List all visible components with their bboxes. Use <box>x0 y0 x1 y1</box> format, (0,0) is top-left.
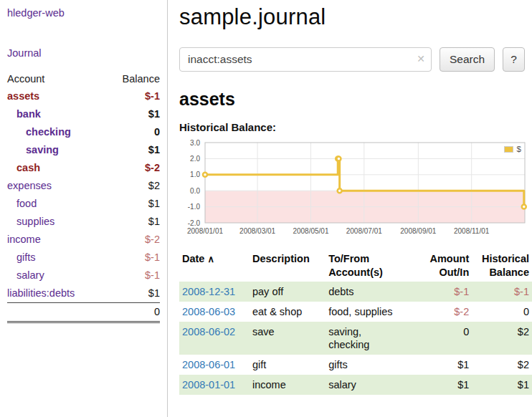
accounts-col-account: Account <box>7 70 105 87</box>
account-balance: $-1 <box>145 269 160 281</box>
account-balance: $1 <box>148 198 160 209</box>
register-row: 2008-06-02 save saving, checking 0 $2 <box>179 322 532 355</box>
account-link[interactable]: expenses <box>7 180 52 192</box>
svg-text:2008/01/01: 2008/01/01 <box>187 227 223 235</box>
account-balance: $1 <box>148 144 160 155</box>
transaction-amount: $1 <box>419 375 472 395</box>
account-link[interactable]: bank <box>7 108 41 120</box>
nav-journal-link[interactable]: Journal <box>7 47 160 59</box>
account-link[interactable]: gifts <box>7 251 36 264</box>
transaction-balance: $2 <box>472 355 532 375</box>
account-row: salary $-1 <box>7 267 160 284</box>
account-row: expenses $2 <box>7 177 160 195</box>
transaction-date-link[interactable]: 2008-06-01 <box>182 359 235 370</box>
account-balance: $-2 <box>145 234 160 245</box>
account-heading: assets <box>179 89 532 110</box>
clear-search-icon[interactable]: ✕ <box>417 53 425 64</box>
sidebar: hledger-web Journal Account Balance asse… <box>0 0 168 417</box>
svg-text:2008/09/01: 2008/09/01 <box>400 227 436 235</box>
help-button[interactable]: ? <box>503 47 525 72</box>
account-row: assets $-1 <box>7 87 160 105</box>
accounts-table-body: assets $-1 bank $1 checking 0 saving $1 … <box>7 87 160 303</box>
account-row: supplies $1 <box>7 213 160 231</box>
account-row: income $-2 <box>7 231 160 249</box>
account-row: food $1 <box>7 195 160 213</box>
register-col-description: Description <box>250 250 326 282</box>
transaction-balance: 0 <box>472 302 532 322</box>
account-link[interactable]: cash <box>7 162 40 174</box>
account-balance: 0 <box>154 126 160 138</box>
transaction-balance: $-1 <box>472 282 532 302</box>
register-table: Date∧ Description To/From Account(s) Amo… <box>179 250 532 395</box>
register-col-amount: Amount Out/In <box>419 250 472 282</box>
account-balance: $1 <box>148 108 160 120</box>
chart-heading: Historical Balance: <box>179 121 532 133</box>
svg-text:2008/07/01: 2008/07/01 <box>346 227 382 235</box>
account-link[interactable]: income <box>7 234 41 246</box>
transaction-accounts: debts <box>326 282 419 302</box>
transaction-accounts: gifts <box>326 355 419 375</box>
legend-label: $ <box>517 145 521 153</box>
account-link[interactable]: supplies <box>7 216 54 228</box>
account-row: liabilities:debts $1 <box>7 284 160 303</box>
account-link[interactable]: food <box>7 198 37 210</box>
transaction-description: eat & shop <box>250 302 326 322</box>
register-col-date[interactable]: Date∧ <box>179 250 250 282</box>
register-row: 2008-01-01 income salary $1 $1 <box>179 375 532 395</box>
register-row: 2008-06-03 eat & shop food, supplies $-2… <box>179 302 532 322</box>
page-title: sample.journal <box>179 4 532 30</box>
account-balance: $1 <box>148 216 160 227</box>
sort-asc-icon: ∧ <box>207 254 214 264</box>
transaction-description: income <box>250 375 326 395</box>
accounts-table-footer: 0 <box>7 303 160 322</box>
search-button[interactable]: Search <box>440 47 495 72</box>
app-brand-link[interactable]: hledger-web <box>7 7 160 19</box>
search-field-wrap: ✕ <box>179 47 432 72</box>
account-row: saving $1 <box>7 141 160 159</box>
register-row: 2008-12-31 pay off debts $-1 $-1 <box>179 282 532 302</box>
svg-text:3.0: 3.0 <box>190 139 200 147</box>
svg-text:2008/11/01: 2008/11/01 <box>454 227 490 235</box>
accounts-total: 0 <box>105 303 160 322</box>
transaction-balance: $1 <box>472 375 532 395</box>
account-row: gifts $-1 <box>7 249 160 267</box>
account-link[interactable]: checking <box>7 126 71 138</box>
account-balance: $-1 <box>145 251 160 263</box>
transaction-amount: 0 <box>419 322 472 355</box>
transaction-date-link[interactable]: 2008-12-31 <box>182 286 235 297</box>
transaction-accounts: salary <box>326 375 419 395</box>
transaction-accounts: saving, checking <box>326 322 419 355</box>
svg-text:2.0: 2.0 <box>190 155 200 163</box>
legend-swatch-icon <box>504 146 513 153</box>
transaction-description: save <box>250 322 326 355</box>
transaction-amount: $1 <box>419 355 472 375</box>
transaction-balance: $2 <box>472 322 532 355</box>
transaction-description: gift <box>250 355 326 375</box>
account-link[interactable]: salary <box>7 269 44 282</box>
svg-text:1.0: 1.0 <box>190 171 200 178</box>
account-balance: $-2 <box>145 162 160 173</box>
transaction-date-link[interactable]: 2008-06-02 <box>182 326 235 337</box>
transaction-date-link[interactable]: 2008-06-03 <box>182 306 235 317</box>
account-row: bank $1 <box>7 105 160 123</box>
search-input[interactable] <box>179 47 432 72</box>
svg-text:-1.0: -1.0 <box>188 203 201 211</box>
accounts-table-header: Account Balance <box>7 70 160 87</box>
account-link[interactable]: liabilities:debts <box>7 287 75 299</box>
register-table-body: 2008-12-31 pay off debts $-1 $-1 2008-06… <box>179 282 532 395</box>
balance-chart-svg: 3.02.01.00.0-1.0-2.02008/01/012008/03/01… <box>179 137 532 239</box>
chart-legend: $ <box>502 144 523 154</box>
account-row: checking 0 <box>7 123 160 141</box>
transaction-description: pay off <box>250 282 326 302</box>
svg-text:2008/03/01: 2008/03/01 <box>239 227 275 235</box>
svg-text:-2.0: -2.0 <box>188 219 201 227</box>
main-content: sample.journal ✕ Search ? assets Histori… <box>168 0 532 417</box>
account-link[interactable]: saving <box>7 144 59 156</box>
register-col-account: To/From Account(s) <box>326 250 419 282</box>
balance-chart: 3.02.01.00.0-1.0-2.02008/01/012008/03/01… <box>179 137 532 239</box>
accounts-table: Account Balance assets $-1 bank $1 check… <box>7 70 160 323</box>
transaction-date-link[interactable]: 2008-01-01 <box>182 379 235 390</box>
account-link[interactable]: assets <box>7 90 39 102</box>
transaction-amount: $-1 <box>419 282 472 302</box>
search-bar: ✕ Search ? <box>179 47 532 72</box>
